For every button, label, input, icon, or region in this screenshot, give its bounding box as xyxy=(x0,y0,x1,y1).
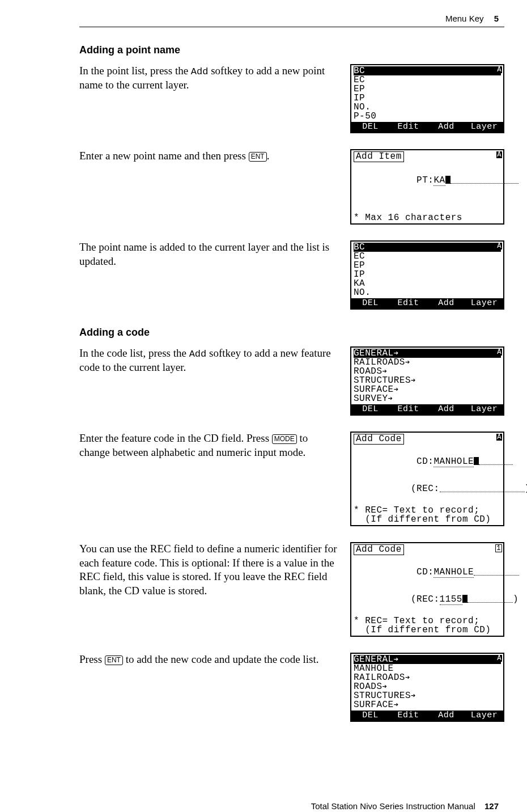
list-item: ROADS xyxy=(354,682,501,691)
softkey-bar: DEL Edit Add Layer xyxy=(351,298,503,308)
lcd-screen-3: A BC EC EP IP KA NO. DEL Edit Add Layer xyxy=(350,240,504,310)
softkey-add-label: Add xyxy=(191,66,209,77)
mode-flag: A xyxy=(496,434,502,441)
softkey-layer[interactable]: Layer xyxy=(465,122,503,132)
cursor-icon xyxy=(445,176,450,184)
mode-flag: A xyxy=(496,66,502,73)
cd-value[interactable]: MANHOLE xyxy=(434,567,474,578)
softkey-layer[interactable]: Layer xyxy=(465,710,503,721)
text: In the point list, press the xyxy=(79,65,191,77)
rec-value[interactable]: 1155 xyxy=(440,594,462,605)
sec2-step2-text: Enter the feature code in the CD field. … xyxy=(79,432,340,459)
lcd-screen-5: A Add Code CD:MANHOLE (REC:) * REC= Text… xyxy=(350,432,504,526)
footer-page: 127 xyxy=(484,801,499,811)
lcd-screen-7: A GENERAL MANHOLE RAILROADS ROADS STRUCT… xyxy=(350,653,504,722)
pt-value[interactable]: KA xyxy=(434,175,445,186)
text: Press xyxy=(79,653,105,665)
sec2-step4-text: Press ENT to add the new code and update… xyxy=(79,653,340,667)
softkey-edit[interactable]: Edit xyxy=(389,404,427,415)
key-mode: MODE xyxy=(272,434,297,444)
text: . xyxy=(267,150,270,162)
list-item: ROADS xyxy=(354,367,501,376)
input-row: PT:KA xyxy=(354,167,501,194)
list-item: EP xyxy=(354,261,501,270)
list-item: SURVEY xyxy=(354,394,501,403)
softkey-del[interactable]: DEL xyxy=(351,710,389,721)
softkey-add[interactable]: Add xyxy=(427,710,465,721)
list-item: KA xyxy=(354,279,501,288)
header-chapter: 5 xyxy=(494,14,499,23)
header-title: Menu Key xyxy=(445,14,484,23)
rec-value[interactable] xyxy=(440,492,525,492)
sec1-step1-text: In the point list, press the Add softkey… xyxy=(79,64,340,92)
softkey-add-label: Add xyxy=(189,349,207,360)
list-item: IP xyxy=(354,270,501,279)
softkey-layer[interactable]: Layer xyxy=(465,404,503,415)
text: to add the new code and update the code … xyxy=(123,653,319,665)
lcd-screen-2: A Add Item PT:KA * Max 16 characters xyxy=(350,149,504,225)
dialog-title: Add Item xyxy=(354,151,404,162)
list-item: GENERAL xyxy=(354,349,501,358)
footer-title: Total Station Nivo Series Instruction Ma… xyxy=(311,801,475,811)
arrow-icon xyxy=(411,691,416,701)
softkey-add[interactable]: Add xyxy=(427,404,465,415)
mode-flag: A xyxy=(496,151,502,158)
softkey-del[interactable]: DEL xyxy=(351,404,389,415)
text: Enter the feature code in the CD field. … xyxy=(79,432,272,444)
softkey-add[interactable]: Add xyxy=(427,298,465,308)
softkey-del[interactable]: DEL xyxy=(351,298,389,308)
list-item: BC xyxy=(354,66,501,75)
mode-flag: A xyxy=(496,243,502,249)
list-item: STRUCTURES xyxy=(354,376,501,385)
page-footer: Total Station Nivo Series Instruction Ma… xyxy=(79,801,504,811)
list-item: GENERAL xyxy=(354,655,501,664)
rec-label: (REC: xyxy=(411,594,440,604)
lcd-screen-1: A BC EC EP IP NO. P-50 DEL Edit Add Laye… xyxy=(350,64,504,133)
list-item: P-50 xyxy=(354,112,501,121)
list-item: BC xyxy=(354,243,501,252)
header-rule xyxy=(79,27,504,27)
input-line xyxy=(450,183,518,184)
softkey-edit[interactable]: Edit xyxy=(389,298,427,308)
arrow-icon xyxy=(411,375,416,386)
cd-value[interactable]: MANHOLE xyxy=(434,456,474,467)
softkey-bar: DEL Edit Add Layer xyxy=(351,404,503,415)
text: Enter a new point name and then press xyxy=(79,150,249,162)
softkey-del[interactable]: DEL xyxy=(351,122,389,132)
hint-text: * REC= Text to record; xyxy=(354,616,501,625)
list-item: STRUCTURES xyxy=(354,691,501,700)
sec1-step3-text: The point name is added to the current l… xyxy=(79,240,340,268)
softkey-bar: DEL Edit Add Layer xyxy=(351,122,503,132)
arrow-icon xyxy=(394,654,399,665)
hint-text: (If different from CD) xyxy=(354,625,501,635)
list-item: EP xyxy=(354,84,501,94)
mode-flag: A xyxy=(496,349,502,356)
list-item: EC xyxy=(354,75,501,84)
arrow-icon xyxy=(388,394,393,404)
cursor-icon xyxy=(474,457,479,465)
sec1-step2-text: Enter a new point name and then press EN… xyxy=(79,149,340,163)
input-row-cd: CD:MANHOLE xyxy=(354,448,501,475)
lcd-screen-6: 1 Add Code CD:MANHOLE (REC:1155) * REC= … xyxy=(350,542,504,637)
cursor-icon xyxy=(462,595,468,603)
key-ent: ENT xyxy=(249,152,267,162)
cd-label: CD: xyxy=(411,567,434,577)
list-item: RAILROADS xyxy=(354,358,501,367)
softkey-layer[interactable]: Layer xyxy=(465,298,503,308)
list-item: IP xyxy=(354,94,501,103)
softkey-add[interactable]: Add xyxy=(427,122,465,132)
input-row-cd: CD:MANHOLE xyxy=(354,559,501,586)
text: In the code list, press the xyxy=(79,347,189,359)
arrow-icon xyxy=(394,700,399,710)
input-row-rec: (REC:) xyxy=(354,475,501,502)
arrow-icon xyxy=(405,357,410,367)
softkey-edit[interactable]: Edit xyxy=(389,122,427,132)
arrow-icon xyxy=(394,384,399,395)
section-heading-code: Adding a code xyxy=(79,327,504,339)
softkey-edit[interactable]: Edit xyxy=(389,710,427,721)
list-item: SURFACE xyxy=(354,700,501,709)
page-header: Menu Key 5 xyxy=(79,11,504,23)
mode-flag: 1 xyxy=(495,544,502,552)
input-line xyxy=(474,575,519,576)
pt-label: PT: xyxy=(411,175,434,185)
